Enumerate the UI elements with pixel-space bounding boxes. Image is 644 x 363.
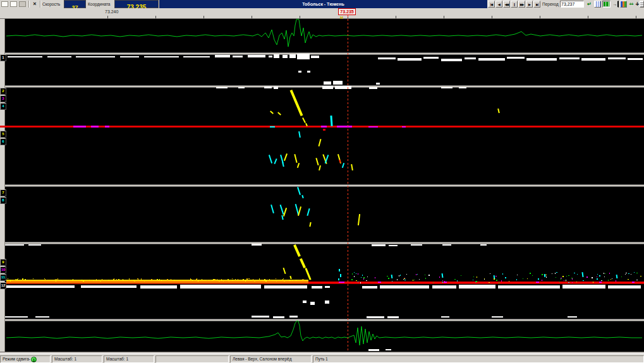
scan-mark <box>5 244 24 246</box>
scan-mark <box>269 56 272 57</box>
scan-mark <box>335 86 351 89</box>
noise-dot <box>134 280 135 282</box>
defect-stroke <box>339 159 341 162</box>
scan-mark <box>0 285 75 288</box>
scan-mark <box>6 283 308 284</box>
scan-mark <box>380 285 429 289</box>
scan-mark <box>120 56 139 57</box>
noise-dot <box>232 280 233 280</box>
scan-mark <box>233 56 243 57</box>
defectogram-area[interactable]: 123456789101112 <box>0 0 644 363</box>
noise-dot <box>572 278 573 280</box>
channel-badge: 11 <box>0 274 6 281</box>
scan-mark <box>432 285 456 289</box>
scan-mark <box>283 55 288 58</box>
noise-dot <box>62 280 63 282</box>
noise-dot <box>502 273 503 275</box>
noise-dot <box>546 277 547 278</box>
scan-mark <box>398 58 422 61</box>
scan-mark <box>599 282 602 283</box>
noise-dot <box>73 279 73 280</box>
noise-dot <box>253 279 253 280</box>
noise-dot <box>15 280 15 281</box>
defect-stroke <box>305 268 311 280</box>
scan-mark <box>526 58 557 61</box>
noise-dot <box>56 279 57 280</box>
noise-dot <box>495 276 497 277</box>
noise-dot <box>505 277 506 278</box>
noise-dot <box>404 278 405 278</box>
scan-mark <box>5 316 28 318</box>
noise-dot <box>171 279 171 280</box>
noise-dot <box>397 279 398 280</box>
noise-dot <box>89 280 90 280</box>
ruler-tick <box>204 16 204 18</box>
defect-stroke <box>277 112 281 115</box>
ruler-tick <box>492 16 492 18</box>
defect-stroke <box>309 222 311 226</box>
scan-mark <box>248 55 265 57</box>
noise-dot <box>81 280 82 280</box>
scan-mark <box>378 282 381 283</box>
scan-mark <box>369 87 377 89</box>
noise-dot <box>593 282 593 283</box>
noise-dot <box>283 279 283 280</box>
scale1-segment: Масштаб: 1 <box>52 355 102 363</box>
scan-mark <box>311 56 319 58</box>
noise-dot <box>611 279 611 280</box>
channel-badge: 10 <box>0 266 6 273</box>
noise-dot <box>194 280 195 281</box>
noise-dot <box>259 278 260 280</box>
noise-dot <box>276 278 276 279</box>
scan-mark <box>387 316 399 318</box>
noise-dot <box>597 277 597 277</box>
noise-dot <box>151 280 152 281</box>
noise-dot <box>351 279 353 280</box>
scan-mark <box>308 283 644 284</box>
scan-mark <box>91 126 99 128</box>
scan-mark <box>47 56 71 57</box>
scan-mark <box>312 286 322 289</box>
noise-dot <box>628 273 629 274</box>
noise-dot <box>388 278 389 279</box>
defect-stroke <box>294 154 297 163</box>
noise-dot <box>22 280 23 281</box>
noise-dot <box>302 279 303 280</box>
noise-dot <box>114 278 114 280</box>
noise-dot <box>219 280 220 282</box>
noise-dot <box>545 275 547 275</box>
scan-mark <box>367 316 384 318</box>
noise-dot <box>542 274 543 275</box>
noise-dot <box>406 274 407 275</box>
noise-dot <box>476 281 477 282</box>
defect-stroke <box>301 194 303 198</box>
defect-stroke <box>581 272 583 277</box>
noise-dot <box>516 279 517 280</box>
scan-mark <box>76 56 115 57</box>
noise-dot <box>102 279 102 280</box>
defect-stroke <box>270 110 274 114</box>
channel-badge: 7 <box>0 189 6 196</box>
scan-mark <box>270 126 275 128</box>
scan-mark <box>423 57 439 59</box>
noise-dot <box>16 279 18 280</box>
scan-mark <box>307 71 310 73</box>
ruler-tick <box>444 16 444 18</box>
noise-dot <box>7 280 8 281</box>
noise-dot <box>640 276 641 277</box>
scan-mark <box>310 302 315 305</box>
scan-mark <box>264 86 272 88</box>
noise-dot <box>106 280 107 280</box>
noise-dot <box>572 282 573 283</box>
noise-dot <box>56 280 56 282</box>
status-bar: Режим сдвига-1 Масштаб: 1 Масштаб: 1 Лев… <box>0 354 644 363</box>
scan-mark <box>507 57 525 59</box>
ruler-tick <box>636 16 636 18</box>
noise-dot <box>501 280 502 282</box>
scan-mark <box>140 285 177 289</box>
scan-mark <box>562 285 605 289</box>
noise-dot <box>356 280 357 281</box>
shift-mode-indicator: 1 <box>31 357 37 362</box>
noise-dot <box>254 280 255 282</box>
noise-dot <box>604 273 604 274</box>
